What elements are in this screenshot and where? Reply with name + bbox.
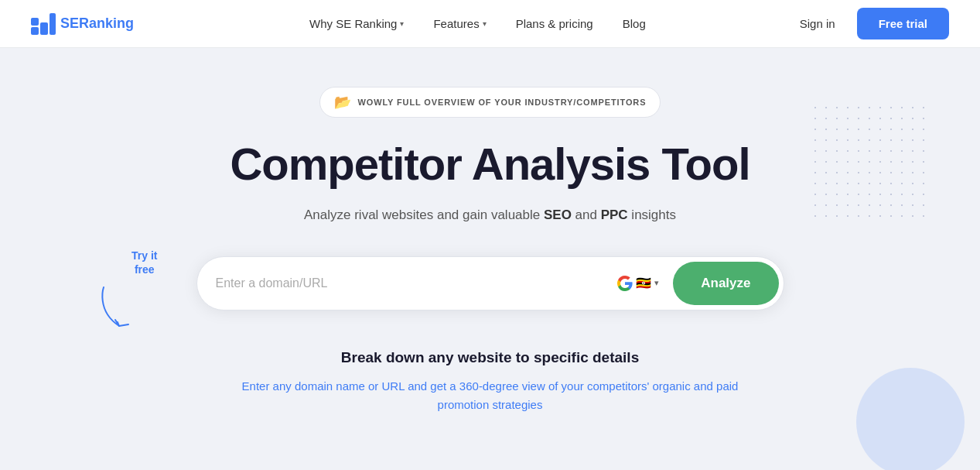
bottom-description: Enter any domain name or URL and get a 3… — [227, 377, 753, 414]
subtitle-part1: Analyze rival websites and gain valuable — [304, 208, 544, 222]
blue-circle-decoration — [856, 368, 965, 470]
selector-chevron-icon: ▾ — [654, 278, 659, 288]
svg-rect-0 — [31, 18, 39, 26]
subtitle-part2: insights — [628, 208, 676, 222]
subtitle-and: and — [572, 208, 601, 222]
try-it-free-annotation: Try it free — [88, 249, 158, 341]
dot-grid-decoration — [810, 102, 934, 226]
chevron-icon: ▾ — [483, 19, 487, 28]
nav-item-why-se-ranking[interactable]: Why SE Ranking ▾ — [297, 11, 416, 36]
domain-url-input[interactable] — [216, 276, 609, 290]
search-engine-selector[interactable]: 🇺🇬 ▾ — [608, 269, 668, 297]
hero-section: // We'll render this inline via template… — [0, 48, 980, 461]
svg-rect-2 — [40, 22, 48, 35]
sign-in-button[interactable]: Sign in — [790, 11, 845, 36]
search-wrapper: Try it free — [196, 256, 784, 310]
badge-emoji: 📂 — [334, 94, 352, 111]
subtitle-seo: SEO — [544, 208, 572, 222]
svg-rect-3 — [50, 13, 56, 35]
try-it-free-label: Try it free — [131, 249, 157, 276]
navbar: SERanking Why SE Ranking ▾ Features ▾ Pl… — [0, 0, 980, 48]
subtitle-ppc: PPC — [601, 208, 628, 222]
nav-item-features[interactable]: Features ▾ — [421, 11, 498, 36]
hero-badge: 📂 WOWLY FULL OVERVIEW OF YOUR INDUSTRY/C… — [319, 87, 661, 118]
chevron-icon: ▾ — [400, 19, 404, 28]
hero-title: Competitor Analysis Tool — [230, 139, 750, 189]
svg-rect-1 — [31, 27, 39, 35]
bottom-title: Break down any website to specific detai… — [227, 349, 753, 366]
search-box: 🇺🇬 ▾ Analyze — [196, 256, 784, 310]
nav-right: Sign in Free trial — [790, 8, 949, 39]
analyze-button[interactable]: Analyze — [673, 262, 778, 305]
logo[interactable]: SERanking — [31, 13, 134, 35]
badge-text: WOWLY FULL OVERVIEW OF YOUR INDUSTRY/COM… — [358, 98, 647, 107]
nav-links: Why SE Ranking ▾ Features ▾ Plans & pric… — [165, 11, 790, 36]
nav-item-blog[interactable]: Blog — [610, 11, 658, 36]
country-flag-icon: 🇺🇬 — [636, 276, 651, 290]
bottom-section: Break down any website to specific detai… — [227, 349, 753, 414]
google-icon — [617, 276, 633, 291]
nav-item-plans-pricing[interactable]: Plans & pricing — [504, 11, 606, 36]
free-trial-button[interactable]: Free trial — [857, 8, 949, 39]
curved-arrow-icon — [88, 280, 158, 341]
logo-text: SERanking — [60, 15, 134, 32]
hero-subtitle: Analyze rival websites and gain valuable… — [304, 204, 676, 225]
